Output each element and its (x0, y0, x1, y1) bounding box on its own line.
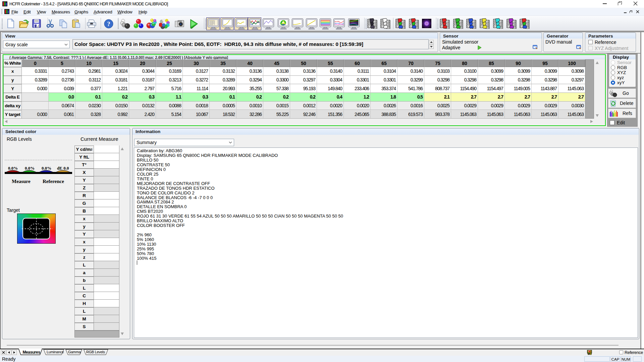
svg-text:Gamma: Gamma (68, 350, 81, 354)
svg-text:RGB Levels: RGB Levels (86, 350, 105, 354)
svg-text:Measures: Measures (23, 350, 41, 355)
svg-text:?: ? (107, 20, 110, 27)
svg-text:Luminance: Luminance (47, 350, 64, 354)
